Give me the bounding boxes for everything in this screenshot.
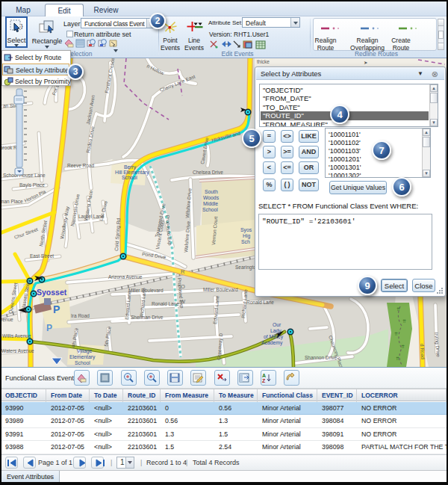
- svg-text:Woods: Woods: [203, 195, 220, 200]
- svg-text:Bayls Place: Bayls Place: [19, 182, 45, 188]
- svg-text:Village: Village: [77, 348, 93, 354]
- svg-text:Our: Our: [273, 322, 281, 327]
- svg-text:⇈: ⇈: [394, 332, 398, 336]
- svg-text:Shannon Drive: Shannon Drive: [305, 355, 337, 360]
- svg-text:Miller Boulevard: Miller Boulevard: [128, 288, 164, 293]
- svg-text:Miller Boulevard: Miller Boulevard: [203, 287, 238, 292]
- svg-text:W: W: [180, 298, 186, 305]
- svg-text:thicke: thicke: [257, 59, 270, 64]
- svg-text:East Street: East Street: [30, 253, 54, 259]
- svg-text:Sherman Drive: Sherman Drive: [131, 315, 164, 320]
- svg-text:⇈: ⇈: [396, 356, 399, 361]
- svg-text:man Place: man Place: [0, 199, 23, 204]
- svg-text:Chelsea Drive: Chelsea Drive: [193, 170, 223, 175]
- svg-text:School: School: [122, 175, 137, 180]
- svg-text:Willis Avenue: Willis Avenue: [2, 333, 31, 339]
- svg-text:Sch: Sch: [241, 239, 250, 244]
- svg-text:Syos: Syos: [240, 227, 252, 233]
- svg-text:School House Lane: School House Lane: [3, 173, 46, 178]
- svg-text:School: School: [202, 207, 218, 212]
- svg-text:d Road: d Road: [420, 344, 426, 360]
- svg-text:Hig: Hig: [243, 233, 250, 239]
- svg-text:⇈: ⇈: [401, 345, 405, 349]
- svg-text:venue: venue: [0, 317, 13, 322]
- svg-text:Ronald Lane: Ronald Lane: [152, 301, 179, 306]
- svg-text:Elementary: Elementary: [69, 354, 96, 360]
- svg-text:Waters Avenue: Waters Avenue: [1, 348, 34, 353]
- svg-text:⇈: ⇈: [396, 307, 400, 312]
- svg-text:Syosset: Syosset: [37, 288, 67, 297]
- svg-text:School: School: [75, 360, 90, 365]
- svg-text:Middle: Middle: [203, 201, 218, 206]
- svg-text:Ronald Lane: Ronald Lane: [246, 300, 274, 305]
- svg-text:P: P: [46, 323, 52, 333]
- svg-text:Academy: Academy: [261, 340, 283, 346]
- svg-text:⇈: ⇈: [402, 319, 406, 324]
- svg-text:A: A: [262, 373, 266, 378]
- svg-text:O: O: [181, 283, 185, 290]
- svg-text:Lady: Lady: [270, 328, 281, 334]
- svg-text:}: }: [21, 22, 23, 29]
- svg-text:R: R: [181, 268, 185, 275]
- svg-text:Reeve Road: Reeve Road: [67, 163, 95, 168]
- svg-text:➤: ➤: [364, 60, 368, 65]
- svg-text:Z: Z: [262, 378, 266, 383]
- svg-text:P: P: [53, 303, 60, 315]
- svg-text:Arizona Avenue: Arizona Avenue: [108, 274, 143, 279]
- svg-text:South: South: [205, 189, 218, 194]
- svg-text:Ira Road: Ira Road: [71, 313, 90, 318]
- svg-text:of Mercy: of Mercy: [264, 334, 284, 340]
